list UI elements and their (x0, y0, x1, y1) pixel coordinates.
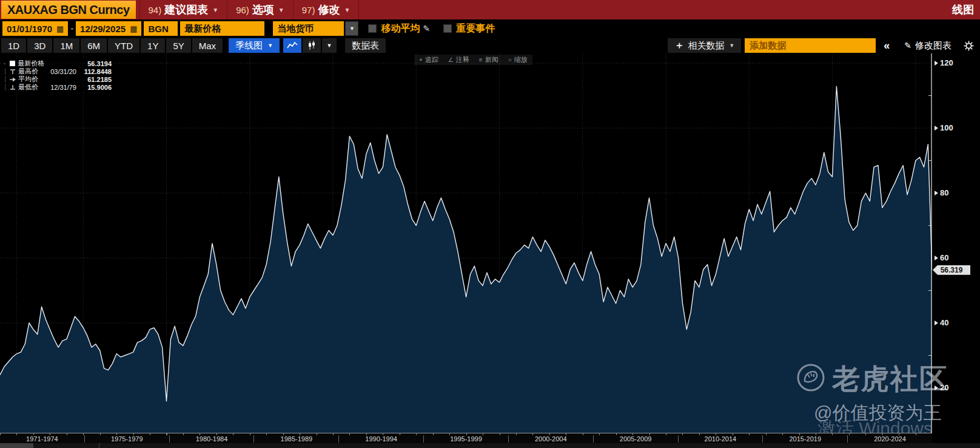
y-axis-tick-80: 80 (935, 188, 948, 197)
chart-style-select[interactable]: 季线图 ▼ (229, 38, 280, 53)
watermark-handle: @价值投资为王 (814, 401, 941, 426)
crosshair-icon: + (419, 56, 423, 63)
date-from-input[interactable]: 01/01/1970 ▦ (2, 21, 68, 36)
chart-type-label: 线图 (952, 0, 980, 19)
period-button-1m[interactable]: 1M (53, 38, 79, 53)
events-checkbox[interactable] (443, 24, 452, 33)
range-separator: - (70, 24, 73, 33)
tick-arrow-icon (935, 321, 938, 325)
data-table-button[interactable]: 数据表 (345, 38, 386, 53)
related-data-button[interactable]: ＋ 相关数据 ▼ (668, 38, 741, 53)
price-field-select[interactable]: 最新价格 (180, 21, 264, 36)
period-button-6m[interactable]: 6M (81, 38, 107, 53)
legend-collapse-box[interactable]: ▫ (4, 61, 10, 67)
legend-marker-high-icon (10, 69, 18, 75)
collapse-panel-button[interactable]: « (877, 38, 896, 53)
chart-tool-magnifier[interactable]: ○缩放 (508, 55, 528, 64)
chart-tool-annotate[interactable]: ∠注释 (448, 55, 469, 64)
x-axis-label: 1975-1979 (84, 435, 169, 443)
security-ticker[interactable]: XAUXAG BGN Curncy (1, 1, 136, 19)
watermark-community: 老虎社区 (832, 361, 948, 398)
period-button-1d[interactable]: 1D (1, 38, 26, 53)
chart-tool-news[interactable]: ≡新闻 (479, 55, 498, 64)
menu-item-number: 97) (302, 5, 315, 15)
edit-chart-label: 修改图表 (915, 40, 951, 52)
gear-icon[interactable] (959, 38, 978, 53)
chart-mini-toolbar: +追踪∠注释≡新闻○缩放 (414, 55, 532, 65)
chart-tool-crosshair[interactable]: +追踪 (419, 55, 438, 64)
moving-average-checkbox[interactable] (368, 24, 377, 33)
news-icon: ≡ (479, 56, 483, 63)
period-button-ytd[interactable]: YTD (108, 38, 139, 53)
y-axis-tick-20: 20 (935, 383, 948, 392)
add-data-input[interactable]: 添加数据 (745, 38, 876, 53)
menu-item-label: 修改 (318, 2, 340, 17)
y-axis-tick-40: 40 (935, 318, 948, 327)
chevron-down-icon: ▼ (267, 42, 273, 49)
period-toolbar: 1D3D1M6MYTD1Y5YMax 季线图 ▼ ▼ 数据表 ＋ 相关数据 ▼ … (0, 38, 980, 53)
y-axis-tick-60: 60 (935, 253, 948, 262)
chart-legend: ▫ 最新价格 56.3194┊ 最高价 03/31/20 112.8448┊ 平… (2, 58, 113, 92)
menu-bar: 94) 建议图表 ▼96) 选项 ▼97) 修改 ▼ (136, 0, 360, 19)
legend-value: 15.9006 (76, 84, 112, 91)
tick-arrow-icon (935, 61, 938, 66)
legend-marker-low-icon (10, 84, 18, 90)
events-label: 重要事件 (456, 22, 495, 35)
legend-date: 03/31/20 (42, 68, 76, 75)
period-button-3d[interactable]: 3D (27, 38, 52, 53)
annotate-icon: ∠ (448, 56, 454, 63)
candlestick-chart-icon[interactable] (303, 38, 321, 53)
tick-arrow-icon (935, 126, 938, 131)
x-axis-label: 2000-2004 (508, 435, 593, 443)
line-chart-icon[interactable] (283, 38, 301, 53)
legend-value: 112.8448 (76, 68, 112, 75)
related-data-label: 相关数据 (688, 40, 724, 52)
legend-date: 12/31/79 (42, 84, 76, 91)
menu-item-number: 94) (149, 5, 162, 15)
legend-label: 最低价 (18, 83, 38, 92)
menu-item-label: 建议图表 (164, 2, 208, 17)
currency-select[interactable]: 当地货币 (273, 21, 344, 36)
period-button-5y[interactable]: 5Y (166, 38, 190, 53)
last-price-badge: 56.319 (933, 265, 970, 275)
x-axis-label: 2020-2024 (847, 435, 932, 443)
moving-average-label: 移动平均 (381, 22, 420, 35)
menu-item-2[interactable]: 96) 选项 ▼ (227, 0, 294, 19)
tick-arrow-icon (935, 256, 938, 260)
x-axis-label: 1990-1994 (338, 435, 423, 443)
period-button-1y[interactable]: 1Y (141, 38, 165, 53)
chart-style-more-dropdown[interactable]: ▼ (322, 38, 337, 53)
price-area-chart (0, 53, 932, 433)
currency-dropdown-button[interactable]: ▼ (345, 21, 358, 36)
chevron-down-icon: ▼ (729, 42, 734, 49)
tick-arrow-icon (935, 191, 938, 195)
legend-tree-line: ┊ (4, 69, 10, 75)
date-from-value: 01/01/1970 (7, 24, 52, 34)
x-axis-label: 2005-2009 (593, 435, 678, 443)
legend-marker-square-icon (10, 61, 18, 67)
period-button-max[interactable]: Max (192, 38, 223, 53)
pencil-icon[interactable]: ✎ (423, 24, 430, 33)
scrollbar-thumb[interactable] (0, 443, 33, 448)
x-axis-label: 1995-1999 (423, 435, 508, 443)
chart-plot-area[interactable]: ▫ 最新价格 56.3194┊ 最高价 03/31/20 112.8448┊ 平… (0, 53, 932, 433)
calendar-icon[interactable]: ▦ (130, 25, 137, 33)
date-to-input[interactable]: 12/29/2025 ▦ (76, 21, 141, 36)
divider (99, 443, 99, 448)
calendar-icon[interactable]: ▦ (56, 25, 64, 33)
menu-item-1[interactable]: 94) 建议图表 ▼ (139, 0, 228, 19)
date-to-value: 12/29/2025 (80, 24, 126, 34)
pencil-icon: ✎ (904, 41, 911, 50)
menu-item-label: 选项 (252, 2, 274, 17)
menu-item-3[interactable]: 97) 修改 ▼ (294, 0, 360, 19)
y-axis-tick-120: 120 (935, 58, 953, 67)
source-select[interactable]: BGN (144, 21, 178, 36)
edit-chart-button[interactable]: ✎ 修改图表 (898, 38, 958, 53)
menu-item-number: 96) (236, 5, 249, 15)
period-buttons: 1D3D1M6MYTD1Y5YMax (0, 38, 223, 53)
magnifier-icon: ○ (508, 56, 512, 63)
legend-row-4[interactable]: ┊ 最低价 12/31/79 15.9006 (4, 83, 112, 91)
tick-arrow-icon (935, 385, 938, 390)
x-axis-label: 1985-1989 (253, 435, 338, 443)
x-axis-label: 2015-2019 (762, 435, 847, 443)
